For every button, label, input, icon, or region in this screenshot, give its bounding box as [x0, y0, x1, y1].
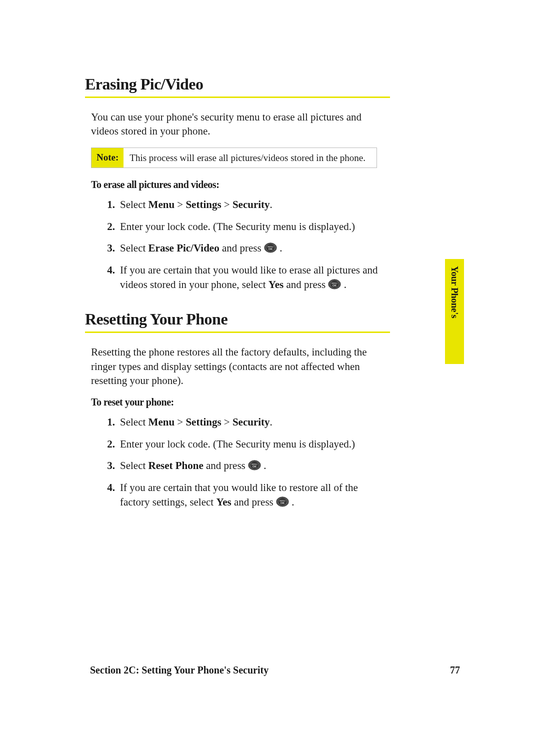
- step-text: Select: [120, 416, 148, 428]
- bold-text: Yes: [216, 496, 231, 508]
- step-text: Select: [120, 242, 148, 254]
- step-text: and press: [284, 278, 328, 290]
- side-tab: Your Phone's: [445, 259, 464, 364]
- bold-text: Reset Phone: [148, 460, 204, 472]
- list-item: Enter your lock code. (The Security menu…: [106, 437, 385, 452]
- heading-resetting: Resetting Your Phone: [85, 310, 385, 328]
- svg-text:OK: OK: [333, 284, 337, 287]
- menu-path: Settings: [186, 198, 221, 210]
- separator: >: [174, 416, 186, 428]
- separator: >: [222, 198, 232, 210]
- menu-path: Security: [232, 198, 270, 210]
- document-page: Erasing Pic/Video You can use your phone…: [0, 0, 540, 756]
- reset-intro: Resetting the phone restores all the fac…: [85, 345, 385, 388]
- menu-path: Settings: [186, 416, 221, 428]
- separator: >: [174, 198, 186, 210]
- menu-path: Menu: [148, 198, 175, 210]
- svg-text:OK: OK: [268, 248, 272, 250]
- side-tab-label: Your Phone's: [449, 266, 460, 318]
- menu-path: Security: [232, 416, 270, 428]
- bold-text: Yes: [268, 278, 284, 290]
- list-item: Enter your lock code. (The Security menu…: [106, 220, 385, 234]
- reset-steps: Select Menu > Settings > Security. Enter…: [85, 415, 385, 510]
- list-item: Select Menu > Settings > Security.: [106, 415, 385, 430]
- ok-button-icon: MENUOK: [248, 460, 261, 471]
- note-box: Note: This process will erase all pictur…: [91, 148, 377, 168]
- separator: >: [222, 416, 232, 428]
- step-text: Select: [120, 198, 148, 210]
- erase-instr-title: To erase all pictures and videos:: [91, 179, 385, 190]
- step-text: and press: [232, 496, 276, 508]
- footer-section: Section 2C: Setting Your Phone's Securit…: [90, 664, 268, 676]
- heading-erasing: Erasing Pic/Video: [85, 75, 385, 94]
- main-content: Erasing Pic/Video You can use your phone…: [85, 75, 385, 510]
- heading-rule: [85, 96, 390, 98]
- note-label: Note:: [92, 148, 124, 168]
- svg-text:OK: OK: [280, 502, 284, 504]
- list-item: Select Menu > Settings > Security.: [106, 198, 385, 212]
- step-text: and press: [220, 242, 264, 254]
- list-item: Select Reset Phone and press MENUOK .: [106, 458, 385, 473]
- svg-text:OK: OK: [252, 465, 256, 468]
- note-text: This process will erase all pictures/vid…: [124, 148, 376, 168]
- list-item: If you are certain that you would like t…: [106, 480, 385, 510]
- list-item: Select Erase Pic/Video and press MENUOK …: [106, 241, 385, 256]
- erase-intro: You can use your phone's security menu t…: [85, 110, 385, 138]
- reset-instr-title: To reset your phone:: [91, 396, 385, 408]
- step-text: Select: [120, 460, 148, 472]
- ok-button-icon: MENUOK: [276, 496, 289, 508]
- heading-rule: [85, 332, 390, 333]
- step-text: and press: [204, 460, 248, 472]
- menu-path: Menu: [148, 416, 175, 428]
- bold-text: Erase Pic/Video: [148, 242, 220, 254]
- ok-button-icon: MENUOK: [264, 242, 277, 254]
- ok-button-icon: MENUOK: [328, 279, 341, 290]
- list-item: If you are certain that you would like t…: [106, 263, 385, 292]
- page-footer: Section 2C: Setting Your Phone's Securit…: [90, 664, 460, 676]
- footer-page-number: 77: [450, 664, 460, 676]
- erase-steps: Select Menu > Settings > Security. Enter…: [85, 198, 385, 292]
